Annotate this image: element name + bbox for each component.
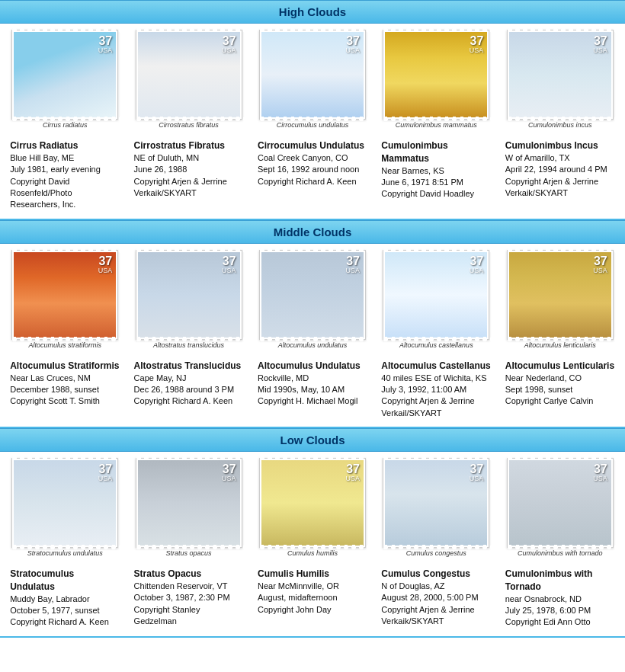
cloud-credit-cirrostratus-fibratus: Copyright Arjen & Jerrine Verkaik/SKYART	[134, 176, 244, 200]
stamp-cirrocumulus-undulatus: 37USA	[259, 30, 366, 120]
info-altostratus-translucidus: Altostratus TranslucidusCape May, NJDec …	[133, 360, 245, 408]
section-header-middle-clouds: Middle Clouds	[0, 220, 625, 244]
cloud-location-cirrostratus-fibratus: NE of Duluth, MN	[134, 152, 244, 164]
cloud-name-altocumulus-stratiformis: Altocumulus Stratiformis	[10, 360, 120, 373]
stamp-altocumulus-undulatus: 37USA	[259, 250, 366, 340]
cloud-date-altostratus-translucidus: Dec 26, 1988 around 3 PM	[134, 384, 244, 395]
info-stratus-opacus: Stratus OpacusChittenden Reservoir, VTOc…	[133, 568, 245, 627]
info-cumulonimbus-mammatus: Cumulonimbus MammatusNear Barnes, KSJune…	[380, 139, 492, 200]
stamp-value-cumulonimbus-mammatus: 37USA	[470, 35, 484, 54]
cloud-date-stratocumulus-undulatus: October 5, 1977, sunset	[10, 605, 120, 616]
cloud-date-cirrus-radiatus: July 1981, early evening	[10, 164, 120, 175]
cloud-credit-stratocumulus-undulatus: Copyright Richard A. Keen	[10, 616, 120, 628]
cloud-name-altocumulus-undulatus: Altocumulus Undulatus	[258, 360, 367, 373]
cloud-name-cumulonimbus-tornado: Cumulonimbus with Tornado	[505, 568, 615, 594]
stamp-stratus-opacus: 37USA	[136, 458, 242, 548]
stamp-label-cumulonimbus-incus: Cumulonimbus incus	[528, 121, 592, 129]
info-cirrus-radiatus: Cirrus RadiatusBlue Hill Bay, MEJuly 198…	[8, 139, 121, 211]
cloud-location-stratocumulus-undulatus: Muddy Bay, Labrador	[10, 594, 120, 605]
stamp-col-cirrostratus-fibratus: 37USACirrostratus fibratus	[131, 30, 247, 129]
cloud-location-altocumulus-undulatus: Rockville, MD	[258, 373, 367, 384]
stamp-label-cirrostratus-fibratus: Cirrostratus fibratus	[159, 121, 219, 129]
stamp-image-altocumulus-castellanus: 37USA	[385, 252, 487, 338]
stamp-value-cumulus-congestus: 37USA	[470, 463, 484, 482]
stamp-value-cumulus-humilis: 37USA	[345, 463, 360, 482]
stamp-image-cumulus-humilis: 37USA	[261, 460, 364, 546]
stamp-col-altocumulus-castellanus: 37USAAltocumulus castellanus	[378, 250, 494, 349]
desc-col-cumulonimbus-incus: Cumulonimbus IncusW of Amarillo, TXApril…	[502, 135, 618, 211]
stamp-cirrostratus-fibratus: 37USA	[136, 30, 242, 120]
cloud-location-cirrus-radiatus: Blue Hill Bay, ME	[10, 152, 120, 164]
info-altocumulus-lenticularis: Altocumulus LenticularisNear Nederland, …	[504, 360, 617, 408]
stamp-cirrus-radiatus: 37USA	[11, 30, 118, 120]
stamps-row-middle-clouds: 37USAAltocumulus stratiformis37USAAltost…	[0, 244, 625, 352]
stamp-altocumulus-stratiformis: 37USA	[11, 250, 118, 340]
desc-col-cumulus-congestus: Cumulus CongestusN of Douglas, AZAugust …	[378, 563, 494, 629]
stamp-label-cumulus-humilis: Cumulus humilis	[287, 549, 338, 557]
stamp-image-cirrocumulus-undulatus: 37USA	[261, 32, 364, 117]
cloud-date-stratus-opacus: October 3, 1987, 2:30 PM	[134, 592, 244, 603]
cloud-credit-cumulonimbus-tornado: Copyright Edi Ann Otto	[505, 616, 615, 628]
cloud-name-cirrocumulus-undulatus: Cirrocumulus Undulatus	[258, 139, 367, 152]
desc-col-altostratus-translucidus: Altostratus TranslucidusCape May, NJDec …	[131, 355, 247, 419]
cloud-name-cirrostratus-fibratus: Cirrostratus Fibratus	[134, 139, 244, 152]
cloud-credit-cumulus-humilis: Copyright John Day	[258, 604, 367, 616]
stamp-altostratus-translucidus: 37USA	[136, 250, 242, 340]
cloud-location-altocumulus-lenticularis: Near Nederland, CO	[505, 373, 615, 384]
cloud-name-altocumulus-castellanus: Altocumulus Castellanus	[381, 360, 491, 373]
cloud-date-altocumulus-stratiformis: December 1988, sunset	[10, 384, 120, 395]
stamp-label-cirrus-radiatus: Cirrus radiatus	[43, 121, 88, 129]
stamp-value-cirrus-radiatus: 37USA	[98, 35, 113, 54]
stamp-label-altostratus-translucidus: Altostratus translucidus	[153, 341, 224, 349]
stamp-cumulus-congestus: 37USA	[383, 458, 489, 548]
cloud-name-cumulus-humilis: Cumulis Humilis	[258, 568, 367, 581]
stamp-altocumulus-lenticularis: 37USA	[507, 250, 614, 340]
cloud-credit-altocumulus-castellanus: Copyright Arjen & Jerrine Verkail/SKYART	[381, 395, 491, 419]
stamp-cumulonimbus-incus: 37USA	[507, 30, 614, 120]
stamp-value-stratocumulus-undulatus: 37USA	[98, 463, 113, 482]
stamp-value-altocumulus-stratiformis: 37USA	[98, 255, 113, 274]
stamp-altocumulus-castellanus: 37USA	[383, 250, 489, 340]
stamp-label-cirrocumulus-undulatus: Cirrocumulus undulatus	[277, 121, 349, 129]
stamp-value-stratus-opacus: 37USA	[222, 463, 236, 482]
cloud-date-cumulus-congestus: August 28, 2000, 5:00 PM	[381, 592, 491, 603]
stamp-image-altostratus-translucidus: 37USA	[138, 252, 240, 338]
stamp-value-cirrocumulus-undulatus: 37USA	[345, 35, 360, 54]
stamp-label-altocumulus-lenticularis: Altocumulus lenticularis	[524, 341, 596, 349]
cloud-credit-stratus-opacus: Copyright Stanley Gedzelman	[134, 604, 244, 628]
cloud-name-cumulonimbus-incus: Cumulonimbus Incus	[505, 139, 615, 152]
cloud-date-cumulonimbus-mammatus: June 6, 1971 8:51 PM	[381, 177, 491, 188]
info-cumulonimbus-incus: Cumulonimbus IncusW of Amarillo, TXApril…	[504, 139, 617, 199]
info-cirrostratus-fibratus: Cirrostratus FibratusNE of Duluth, MNJun…	[133, 139, 245, 199]
cloud-credit-altostratus-translucidus: Copyright Richard A. Keen	[134, 395, 244, 407]
section-header-high-clouds: High Clouds	[0, 0, 625, 24]
stamp-image-altocumulus-stratiformis: 37USA	[14, 252, 116, 338]
desc-col-stratus-opacus: Stratus OpacusChittenden Reservoir, VTOc…	[131, 563, 247, 629]
stamp-label-cumulus-congestus: Cumulus congestus	[406, 549, 466, 557]
cloud-location-cumulus-congestus: N of Douglas, AZ	[381, 581, 491, 592]
descriptions-row-low-clouds: Stratocumulus UndulatusMuddy Bay, Labrad…	[0, 560, 625, 638]
stamp-col-cirrus-radiatus: 37USACirrus radiatus	[7, 30, 123, 129]
desc-col-altocumulus-stratiformis: Altocumulus StratiformisNear Las Cruces,…	[7, 355, 123, 419]
stamp-image-altocumulus-undulatus: 37USA	[261, 252, 364, 338]
cloud-credit-altocumulus-undulatus: Copyright H. Michael Mogil	[258, 395, 367, 407]
info-altocumulus-castellanus: Altocumulus Castellanus40 miles ESE of W…	[380, 360, 492, 419]
cloud-name-cirrus-radiatus: Cirrus Radiatus	[10, 139, 120, 152]
cloud-location-altocumulus-castellanus: 40 miles ESE of Wichita, KS	[381, 373, 491, 384]
stamp-image-cirrostratus-fibratus: 37USA	[138, 32, 240, 117]
stamp-cumulonimbus-mammatus: 37USA	[383, 30, 489, 120]
stamp-col-stratus-opacus: 37USAStratus opacus	[131, 458, 247, 557]
info-cumulonimbus-tornado: Cumulonimbus with Tornadonear Osnabrock,…	[504, 568, 617, 629]
cloud-name-cumulus-congestus: Cumulus Congestus	[381, 568, 491, 581]
stamp-value-altocumulus-undulatus: 37USA	[345, 255, 360, 274]
stamp-image-cumulonimbus-incus: 37USA	[509, 32, 611, 117]
cloud-name-altocumulus-lenticularis: Altocumulus Lenticularis	[505, 360, 615, 373]
stamp-image-cumulus-congestus: 37USA	[385, 460, 487, 546]
desc-col-altocumulus-lenticularis: Altocumulus LenticularisNear Nederland, …	[502, 355, 618, 419]
stamp-value-altocumulus-castellanus: 37USA	[470, 255, 484, 274]
stamp-label-stratus-opacus: Stratus opacus	[166, 549, 212, 557]
cloud-credit-altocumulus-stratiformis: Copyright Scott T. Smith	[10, 395, 120, 407]
cloud-location-stratus-opacus: Chittenden Reservoir, VT	[134, 581, 244, 592]
stamp-label-stratocumulus-undulatus: Stratocumulus undulatus	[27, 549, 103, 557]
cloud-name-altostratus-translucidus: Altostratus Translucidus	[134, 360, 244, 373]
